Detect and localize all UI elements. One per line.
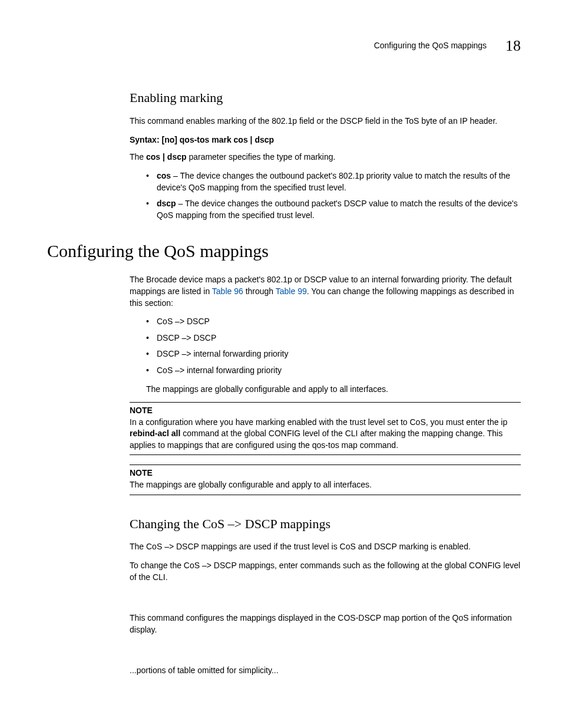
bullet-desc: – The device changes the outbound packet… xyxy=(157,171,510,192)
bullet-term: dscp xyxy=(157,199,176,208)
heading-changing-cos-dscp: Changing the CoS –> DSCP mappings xyxy=(130,515,521,533)
heading-configuring-qos-mappings: Configuring the QoS mappings xyxy=(47,239,521,263)
heading-enabling-marking: Enabling marking xyxy=(130,89,521,107)
param-pre: The xyxy=(130,152,146,162)
list-item: cos – The device changes the outbound pa… xyxy=(146,170,521,193)
bullet-desc: – The device changes the outbound packet… xyxy=(157,199,518,220)
marking-bullet-list: cos – The device changes the outbound pa… xyxy=(130,170,521,221)
paragraph: To change the CoS –> DSCP mappings, ente… xyxy=(130,560,521,583)
table-link-99[interactable]: Table 99 xyxy=(276,286,307,296)
param-bold: cos | dscp xyxy=(146,152,187,162)
bullet-term: cos xyxy=(157,171,171,180)
intro-mid: through xyxy=(243,286,276,296)
bullet-text: DSCP –> internal forwarding priority xyxy=(157,349,288,358)
section-configuring-qos-mappings: The Brocade device maps a packet's 802.1… xyxy=(130,274,521,677)
list-item: DSCP –> internal forwarding priority xyxy=(146,348,521,360)
running-title: Configuring the QoS mappings xyxy=(374,40,487,52)
mappings-bullet-list: CoS –> DSCP DSCP –> DSCP DSCP –> interna… xyxy=(130,316,521,376)
syntax-line: Syntax: [no] qos-tos mark cos | dscp xyxy=(130,134,521,146)
syntax-body: [no] qos-tos mark cos | dscp xyxy=(160,135,275,144)
note-post: command at the global CONFIG level of th… xyxy=(130,429,503,450)
note-bold: rebind-acl all xyxy=(130,429,180,438)
syntax-label: Syntax: xyxy=(130,135,160,144)
list-item: dscp – The device changes the outbound p… xyxy=(146,198,521,221)
note-body: In a configuration where you have markin… xyxy=(130,417,521,456)
intro-paragraph: This command enables marking of the 802.… xyxy=(130,116,521,127)
paragraph: ...portions of table omitted for simplic… xyxy=(130,665,521,677)
intro-paragraph: The Brocade device maps a packet's 802.1… xyxy=(130,274,521,309)
list-item: CoS –> internal forwarding priority xyxy=(146,365,521,377)
note-label: NOTE xyxy=(130,402,521,417)
page-header: Configuring the QoS mappings 18 xyxy=(47,35,521,57)
table-link-96[interactable]: Table 96 xyxy=(212,286,243,296)
paragraph: The CoS –> DSCP mappings are used if the… xyxy=(130,541,521,553)
note-body: The mappings are globally configurable a… xyxy=(130,479,521,495)
note-pre: In a configuration where you have markin… xyxy=(130,417,507,427)
param-description: The cos | dscp parameter specifies the t… xyxy=(130,151,521,163)
list-item: CoS –> DSCP xyxy=(146,316,521,328)
bullet-text: DSCP –> DSCP xyxy=(157,333,216,342)
bullet-text: CoS –> DSCP xyxy=(157,317,210,326)
chapter-number: 18 xyxy=(505,35,521,57)
bullet-text: CoS –> internal forwarding priority xyxy=(157,365,282,375)
section-enabling-marking: Enabling marking This command enables ma… xyxy=(130,89,521,221)
paragraph: This command configures the mappings dis… xyxy=(130,612,521,635)
list-item: DSCP –> DSCP xyxy=(146,332,521,344)
param-post: parameter specifies the type of marking. xyxy=(187,152,336,162)
after-bullets-paragraph: The mappings are globally configurable a… xyxy=(146,384,521,396)
note-label: NOTE xyxy=(130,465,521,479)
